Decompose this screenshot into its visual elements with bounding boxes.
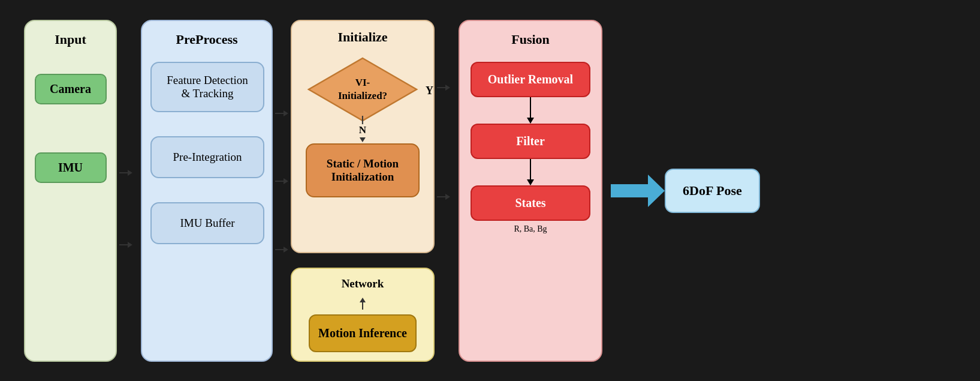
fusion-sublabel: R, Ba, Bg: [514, 224, 547, 234]
fusion-boxes: Outlier Removal Filter States R, Ba, Bg: [468, 62, 593, 234]
diamond-text: VI-Initialized?: [338, 76, 387, 102]
imu-arrow: [119, 242, 132, 248]
section-preprocess: PreProcess Feature Detection& Tracking P…: [141, 20, 273, 362]
motion-inference-box: Motion Inference: [309, 314, 417, 352]
section-fusion: Fusion Outlier Removal Filter States R, …: [459, 20, 602, 362]
n-label-arrow: N: [359, 116, 366, 142]
static-motion-box: Static / MotionInitialization: [306, 143, 420, 197]
y-label: Y: [426, 84, 433, 97]
network-up-arrow: [360, 298, 366, 310]
filter-box: Filter: [471, 124, 590, 159]
camera-arrow: [119, 170, 132, 176]
init-network-wrapper: Initialize VI-Initialized? Y N: [291, 20, 435, 362]
section-initialize: Initialize VI-Initialized? Y N: [291, 20, 435, 253]
input-boxes: Camera IMU: [35, 74, 107, 183]
init-to-fusion-arrows: [437, 20, 450, 362]
diagram-container: Input Camera IMU PreProcess Feature Dete…: [0, 0, 980, 381]
fusion-arrow-1: [530, 97, 531, 119]
big-arrow-svg: [611, 175, 665, 207]
input-title: Input: [55, 32, 86, 47]
outlier-removal-box: Outlier Removal: [471, 62, 590, 97]
states-box: States: [471, 185, 590, 221]
pre-integration-box: Pre-Integration: [150, 136, 264, 178]
imu-box: IMU: [35, 152, 107, 183]
network-title: Network: [342, 277, 384, 290]
imu-buffer-box: IMU Buffer: [150, 202, 264, 244]
preprocess-boxes: Feature Detection& Tracking Pre-Integrat…: [150, 62, 263, 244]
svg-marker-1: [611, 175, 665, 207]
init-fusion-arrow-top: [437, 85, 450, 91]
init-fusion-arrow-mid: [437, 194, 450, 200]
section-network: Network Motion Inference: [291, 268, 435, 362]
fusion-arrow-2: [530, 159, 531, 181]
camera-box: Camera: [35, 74, 107, 104]
input-to-preprocess-arrows: [119, 137, 132, 281]
pp-arrow-3: [275, 247, 288, 253]
fusion-title: Fusion: [511, 32, 550, 47]
section-input: Input Camera IMU: [24, 20, 117, 362]
pp-arrow-2: [275, 178, 288, 184]
main-layout: Input Camera IMU PreProcess Feature Dete…: [12, 12, 968, 369]
pp-arrow-1: [275, 110, 288, 116]
preprocess-to-init-arrows: [275, 80, 288, 284]
diamond-container: VI-Initialized? Y N: [303, 53, 423, 125]
output-box: 6DoF Pose: [665, 169, 760, 213]
feature-detection-box: Feature Detection& Tracking: [150, 62, 264, 112]
initialize-title: Initialize: [337, 29, 387, 45]
output-arrow-wrapper: [611, 175, 665, 207]
preprocess-title: PreProcess: [176, 32, 237, 47]
